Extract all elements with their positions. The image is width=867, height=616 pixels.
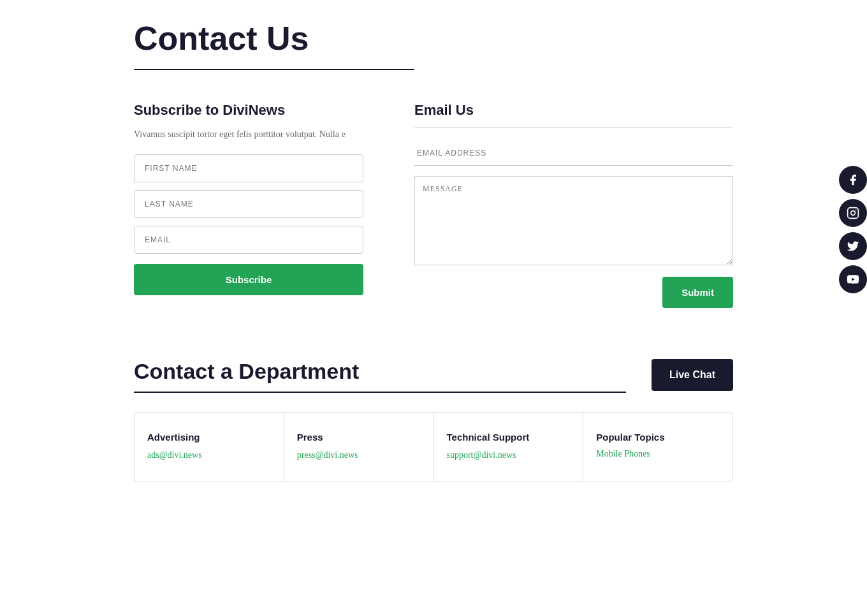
dept-card-item-mobile-phones: Mobile Phones [596, 449, 720, 459]
subscribe-button[interactable]: Subscribe [134, 264, 363, 295]
twitter-icon[interactable] [839, 232, 867, 260]
last-name-input[interactable] [134, 190, 363, 218]
svg-rect-0 [848, 208, 859, 219]
instagram-icon[interactable] [839, 199, 867, 227]
facebook-icon[interactable] [839, 166, 867, 194]
dept-card-press: Press press@divi.news [284, 413, 434, 481]
department-divider [134, 392, 626, 393]
first-name-input[interactable] [134, 154, 363, 182]
page-title: Contact Us [134, 19, 733, 57]
dept-card-title-press: Press [297, 432, 421, 443]
submit-row: Submit [414, 277, 733, 308]
live-chat-button[interactable]: Live Chat [652, 359, 733, 391]
email-address-input[interactable] [414, 141, 733, 166]
dept-card-link-technical-support[interactable]: support@divi.news [447, 450, 516, 460]
dept-card-link-advertising[interactable]: ads@divi.news [147, 450, 202, 460]
subscribe-section: Subscribe to DiviNews Vivamus suscipit t… [134, 102, 363, 308]
subscribe-title: Subscribe to DiviNews [134, 102, 363, 119]
department-header: Contact a Department Live Chat [134, 359, 733, 393]
youtube-icon[interactable] [839, 265, 867, 293]
title-divider [134, 69, 414, 70]
dept-card-title-popular-topics: Popular Topics [596, 432, 720, 443]
department-title-wrap: Contact a Department [134, 359, 626, 393]
email-us-section: Email Us Submit [414, 102, 733, 308]
message-textarea[interactable] [414, 176, 733, 265]
department-title: Contact a Department [134, 359, 626, 384]
subscribe-description: Vivamus suscipit tortor eget felis portt… [134, 128, 363, 142]
contact-columns: Subscribe to DiviNews Vivamus suscipit t… [134, 102, 733, 308]
dept-card-title-technical-support: Technical Support [447, 432, 571, 443]
email-us-title: Email Us [414, 102, 733, 119]
subscribe-email-input[interactable] [134, 226, 363, 254]
submit-button[interactable]: Submit [662, 277, 733, 308]
dept-card-technical-support: Technical Support support@divi.news [434, 413, 584, 481]
department-cards: Advertising ads@divi.news Press press@di… [134, 412, 733, 481]
svg-point-2 [856, 210, 857, 211]
dept-card-advertising: Advertising ads@divi.news [135, 413, 284, 481]
dept-card-link-press[interactable]: press@divi.news [297, 450, 358, 460]
email-divider [414, 128, 733, 128]
dept-card-popular-topics: Popular Topics Mobile Phones [583, 413, 732, 481]
svg-point-1 [851, 211, 856, 216]
social-sidebar [839, 166, 867, 293]
dept-card-title-advertising: Advertising [147, 432, 271, 443]
